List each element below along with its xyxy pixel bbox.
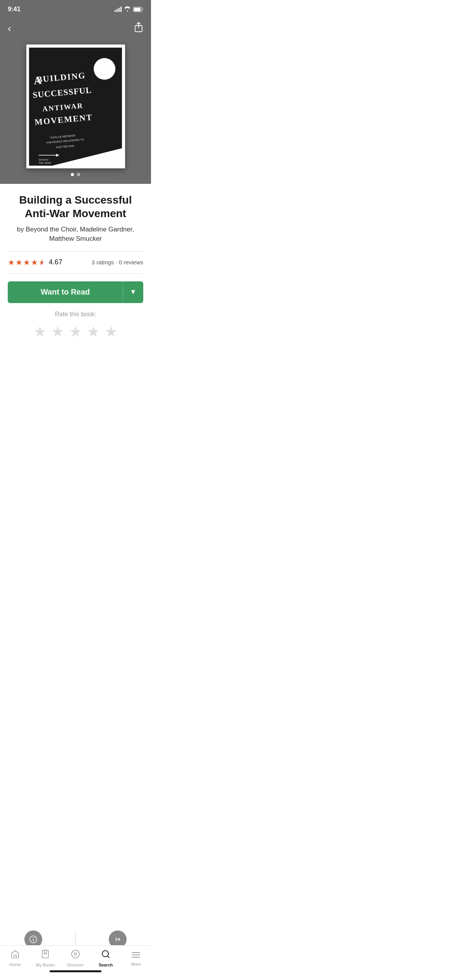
wtr-dropdown-arrow[interactable]: ▼	[123, 288, 143, 296]
rate-stars[interactable]: ★ ★ ★ ★ ★	[8, 323, 143, 340]
want-to-read-label: Want to Read	[8, 288, 123, 296]
pagination-dots	[71, 173, 80, 176]
stars-section: ★ ★ ★ ★ ★ ★ 4.67	[8, 258, 62, 267]
book-cover: BUILDING SUCCESSFUL ANTIWAR MOVEMENT TOO…	[26, 45, 125, 168]
rate-star-2[interactable]: ★	[51, 323, 64, 340]
ratings-count-section: 3 ratings · 0 reviews	[92, 259, 143, 266]
separator: ·	[115, 259, 117, 266]
svg-text:A: A	[33, 74, 43, 87]
want-to-read-button[interactable]: Want to Read ▼	[8, 281, 143, 303]
want-to-read-section: Want to Read ▼	[0, 274, 151, 303]
header: ‹	[0, 17, 151, 41]
svg-text:BEYOND: BEYOND	[39, 159, 49, 161]
cover-section: BUILDING SUCCESSFUL ANTIWAR MOVEMENT TOO…	[0, 41, 151, 184]
svg-point-6	[94, 58, 115, 80]
wifi-icon	[124, 6, 131, 13]
star-2: ★	[15, 258, 22, 267]
rate-label: Rate this book:	[8, 311, 143, 318]
rate-star-3[interactable]: ★	[69, 323, 82, 340]
book-author: by Beyond the Choir, Madeline Gardner, M…	[8, 225, 143, 243]
ratings-count: 3 ratings · 0 reviews	[92, 259, 143, 266]
battery-icon	[133, 7, 143, 12]
dot-2	[77, 173, 80, 176]
rate-star-5[interactable]: ★	[105, 323, 118, 340]
ratings-count-text: 3 ratings	[92, 259, 114, 266]
rating-score: 4.67	[49, 258, 62, 266]
status-icons	[115, 6, 143, 13]
rate-section: Rate this book: ★ ★ ★ ★ ★	[0, 303, 151, 350]
status-time: 9:41	[8, 5, 21, 13]
rate-star-4[interactable]: ★	[87, 323, 100, 340]
book-info: Building a Successful Anti-War Movement …	[0, 184, 151, 243]
svg-rect-1	[134, 8, 141, 11]
star-4: ★	[31, 258, 38, 267]
rate-star-1[interactable]: ★	[33, 323, 46, 340]
book-title: Building a Successful Anti-War Movement	[8, 193, 143, 220]
ratings-row: ★ ★ ★ ★ ★ ★ 4.67 3 ratings · 0 reviews	[0, 252, 151, 273]
star-5-half: ★ ★	[39, 258, 46, 267]
signal-icon	[115, 7, 122, 12]
svg-text:THE CHOIR: THE CHOIR	[39, 162, 51, 164]
star-3: ★	[23, 258, 30, 267]
star-display: ★ ★ ★ ★ ★ ★	[8, 258, 46, 267]
share-button[interactable]	[134, 22, 143, 34]
reviews-count-text: 0 reviews	[119, 259, 143, 266]
back-button[interactable]: ‹	[8, 23, 11, 33]
dot-1	[71, 173, 74, 176]
status-bar: 9:41	[0, 0, 151, 17]
star-1: ★	[8, 258, 15, 267]
